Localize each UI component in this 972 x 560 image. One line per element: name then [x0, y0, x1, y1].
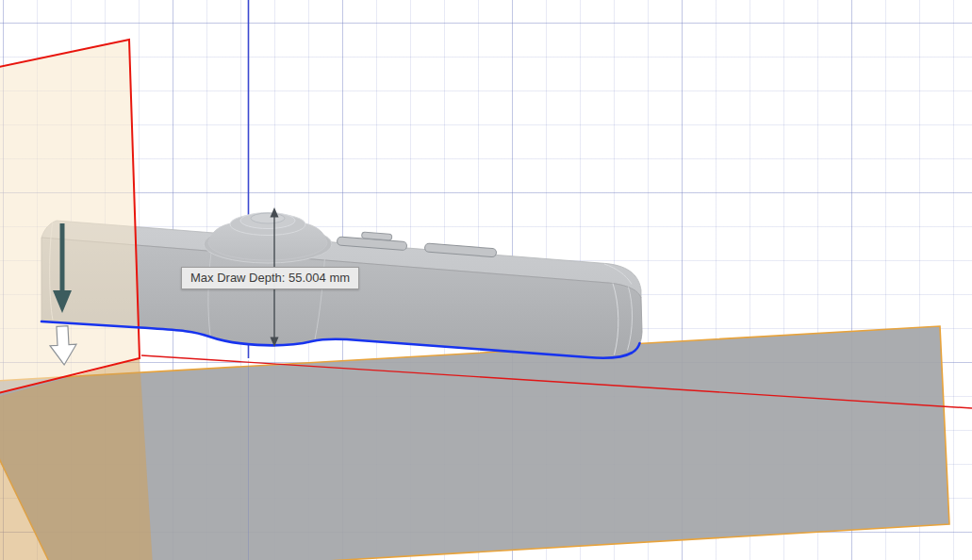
- measurement-tooltip: Max Draw Depth: 55.004 mm: [181, 267, 359, 289]
- scene-canvas[interactable]: [0, 0, 972, 560]
- modeling-viewport[interactable]: Max Draw Depth: 55.004 mm: [0, 0, 972, 560]
- boss-cap-inner-face[interactable]: [251, 213, 285, 223]
